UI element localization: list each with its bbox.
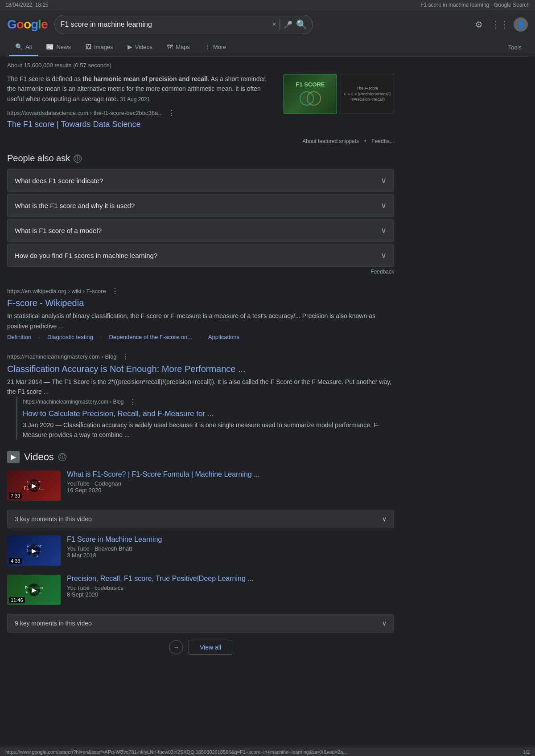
featured-result-title[interactable]: The F1 score | Towards Data Science — [7, 120, 276, 129]
apps-icon[interactable]: ⋮⋮ — [492, 16, 508, 33]
tools-button[interactable]: Tools — [502, 40, 528, 55]
view-all-row: → View all — [7, 640, 394, 655]
video-duration-0: 7:39 — [9, 493, 22, 499]
paa-chevron-2: ∨ — [381, 225, 387, 235]
paa-item-3[interactable]: How do you find F1 scores in machine lea… — [7, 244, 394, 267]
snippet-images: F1 SCORE The F-scoreF = 2 × (Precision×R… — [284, 74, 394, 129]
videos-section-title: Videos — [24, 451, 54, 463]
indented-url: https://machinelearningmastery.com › Blo… — [23, 399, 124, 405]
play-icon-2: ▶ — [28, 584, 40, 596]
video-thumb-1[interactable]: F1 ScorMachi...ning ▶ 4:33 — [7, 535, 61, 566]
featured-menu-button[interactable]: ⋮ — [166, 107, 177, 118]
nav-tabs: 🔍 All 📰 News 🖼 Images ▶ Videos 🗺 Maps ⋮ … — [7, 39, 528, 57]
people-also-ask: People also ask ⓘ What does F1 score ind… — [7, 153, 394, 275]
video-title-0[interactable]: What is F1-Score? | F1-Score Formula | M… — [67, 470, 394, 478]
wikipedia-result-title[interactable]: F-score - Wikipedia — [7, 298, 394, 308]
header-icons: ⚙ ⋮⋮ 👤 — [471, 16, 528, 33]
paa-item-1[interactable]: What is the F1 score and why it is used?… — [7, 194, 394, 217]
tab-images[interactable]: 🖼 Images — [79, 39, 119, 56]
key-moments-0[interactable]: 3 key moments in this video ∨ — [7, 510, 394, 528]
view-all-button[interactable]: View all — [189, 640, 232, 655]
videos-info-icon[interactable]: ⓘ — [58, 453, 66, 461]
feedback-label: Feedba... — [371, 138, 394, 144]
tab-news[interactable]: 📰 News — [40, 39, 77, 56]
breadcrumb-sep-1: · — [38, 334, 40, 341]
tab-videos[interactable]: ▶ Videos — [121, 39, 159, 56]
search-submit-icon[interactable]: 🔍 — [296, 19, 307, 30]
video-date-1: 3 Mar 2018 — [67, 552, 394, 559]
video-title-2[interactable]: Precision, Recall, F1 score, True Positi… — [67, 575, 394, 583]
indented-menu-button[interactable]: ⋮ — [128, 397, 138, 408]
result-wikipedia: https://en.wikipedia.org › wiki › F-scor… — [7, 286, 394, 341]
video-item-1: F1 ScorMachi...ning ▶ 4:33 F1 Score in M… — [7, 535, 394, 566]
status-page: 1/2 — [523, 749, 530, 755]
breadcrumb-applications[interactable]: Applications — [208, 334, 239, 341]
tab-maps[interactable]: 🗺 Maps — [160, 39, 196, 56]
video-channel-2: YouTube · codebasics — [67, 584, 394, 591]
paa-feedback[interactable]: Feedback — [7, 269, 394, 275]
avatar[interactable]: 👤 — [514, 17, 528, 32]
wikipedia-snippet: In statistical analysis of binary classi… — [7, 311, 394, 331]
clear-icon[interactable]: × — [272, 20, 276, 29]
videos-section: ▶ Videos ⓘ WHATF1-SCO... ▶ 7:39 What is … — [7, 451, 394, 655]
f1-score-image[interactable]: F1 SCORE — [284, 74, 337, 114]
mlmastery-url: https://machinelearningmastery.com › Blo… — [7, 353, 116, 360]
paa-title: People also ask — [7, 153, 70, 163]
video-thumb-2[interactable]: PrecisionF1 Sco... ▶ 11:46 — [7, 575, 61, 605]
videos-section-icon: ▶ — [7, 451, 20, 463]
video-title-1[interactable]: F1 Score in Machine Learning — [67, 535, 394, 544]
video-duration-2: 11:46 — [9, 597, 25, 603]
wikipedia-menu-button[interactable]: ⋮ — [110, 286, 120, 296]
mlmastery-menu-button[interactable]: ⋮ — [120, 351, 131, 362]
images-icon: 🖼 — [85, 43, 91, 50]
top-bar: 18/04/2022, 18:25 F1 score in machine le… — [0, 0, 535, 10]
feedback-button[interactable]: Feedba... — [371, 138, 394, 144]
results-count: About 15,600,000 results (0.57 seconds) — [7, 62, 394, 69]
video-item-2: PrecisionF1 Sco... ▶ 11:46 Precision, Re… — [7, 575, 394, 605]
wikipedia-url-row: https://en.wikipedia.org › wiki › F-scor… — [7, 286, 394, 296]
result-mlmastery: https://machinelearningmastery.com › Blo… — [7, 351, 394, 440]
videos-nav-icon: ▶ — [128, 43, 132, 50]
snippets-separator: • — [364, 138, 366, 144]
wikipedia-breadcrumbs: Definition · Diagnostic testing · Depend… — [7, 334, 394, 341]
paa-chevron-0: ∨ — [381, 176, 387, 185]
tab-more[interactable]: ⋮ More — [198, 39, 233, 56]
voice-icon[interactable]: 🎤 — [284, 20, 292, 29]
paa-item-2[interactable]: What is F1 score of a model? ∨ — [7, 219, 394, 242]
search-bar[interactable]: × 🎤 🔍 — [54, 15, 313, 34]
paa-question-0: What does F1 score indicate? — [15, 177, 103, 184]
tab-all[interactable]: 🔍 All — [9, 39, 38, 56]
breadcrumb-sep-3: · — [199, 334, 201, 341]
key-moments-label-0: 3 key moments in this video — [15, 515, 92, 523]
formula-image[interactable]: The F-scoreF = 2 × (Precision×Recall)÷(P… — [341, 74, 394, 114]
featured-date: 31 Aug 2021 — [120, 96, 150, 102]
paa-question-2: What is F1 score of a model? — [15, 227, 102, 234]
status-bar: https://www.google.com/search?hl=en&sxsr… — [0, 748, 535, 756]
video-thumb-0[interactable]: WHATF1-SCO... ▶ 7:39 — [7, 470, 61, 501]
mlmastery-url-row: https://machinelearningmastery.com › Blo… — [7, 351, 394, 362]
key-moments-2[interactable]: 9 key moments in this video ∨ — [7, 614, 394, 633]
google-logo[interactable]: Google — [7, 17, 47, 32]
breadcrumb-diagnostic[interactable]: Diagnostic testing — [47, 334, 93, 341]
video-date-0: 16 Sept 2020 — [67, 487, 394, 494]
paa-question-1: What is the F1 score and why it is used? — [15, 202, 135, 209]
paa-item-0[interactable]: What does F1 score indicate? ∨ — [7, 169, 394, 192]
prev-arrow[interactable]: → — [169, 640, 183, 654]
search-input[interactable] — [60, 20, 268, 29]
breadcrumb-sep-2: · — [100, 334, 102, 341]
play-icon-0: ▶ — [28, 479, 40, 492]
paa-question-3: How do you find F1 scores in machine lea… — [15, 252, 157, 259]
indented-result-title[interactable]: How to Calculate Precision, Recall, and … — [23, 409, 394, 418]
featured-body-text: The F1 score is defined as the harmonic … — [7, 74, 276, 104]
featured-text: The F1 score is defined as the harmonic … — [7, 74, 276, 129]
breadcrumb-dependence[interactable]: Dependence of the F-score on... — [109, 334, 192, 341]
breadcrumb-definition[interactable]: Definition — [7, 334, 31, 341]
paa-info-icon[interactable]: ⓘ — [74, 155, 82, 163]
video-item-0: WHATF1-SCO... ▶ 7:39 What is F1-Score? |… — [7, 470, 394, 501]
about-snippets-link[interactable]: About featured snippets — [302, 138, 359, 144]
header-row: Google × 🎤 🔍 ⚙ ⋮⋮ 👤 — [7, 15, 528, 39]
video-info-2: Precision, Recall, F1 score, True Positi… — [67, 575, 394, 598]
settings-icon[interactable]: ⚙ — [471, 16, 487, 33]
mlmastery-result-title[interactable]: Classification Accuracy is Not Enough: M… — [7, 364, 394, 374]
video-duration-1: 4:33 — [9, 558, 22, 564]
